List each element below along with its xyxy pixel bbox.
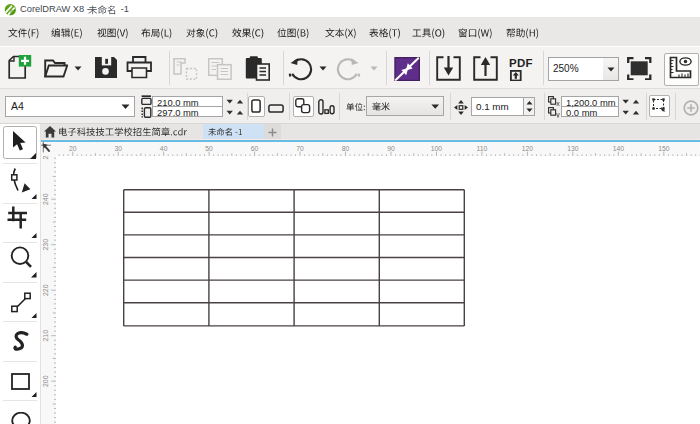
svg-text:200: 200 — [42, 375, 49, 387]
svg-text:230: 230 — [42, 239, 49, 251]
svg-text:120: 120 — [522, 144, 534, 151]
svg-text:20: 20 — [69, 144, 77, 151]
svg-text:140: 140 — [613, 144, 625, 151]
svg-text:y: y — [556, 111, 560, 118]
svg-text:60: 60 — [251, 144, 259, 151]
svg-text:40: 40 — [160, 144, 168, 151]
svg-text:70: 70 — [296, 144, 304, 151]
svg-text:30: 30 — [114, 144, 122, 151]
svg-text:210: 210 — [42, 330, 49, 342]
svg-text:90: 90 — [387, 144, 395, 151]
svg-text:50: 50 — [205, 144, 213, 151]
svg-text:150: 150 — [658, 144, 670, 151]
svg-text:220: 220 — [42, 284, 49, 296]
svg-text:130: 130 — [567, 144, 579, 151]
svg-text:250: 250 — [42, 156, 49, 160]
svg-text:110: 110 — [477, 144, 488, 151]
svg-text:80: 80 — [342, 144, 350, 151]
svg-text:100: 100 — [431, 144, 443, 151]
svg-text:240: 240 — [42, 193, 49, 205]
